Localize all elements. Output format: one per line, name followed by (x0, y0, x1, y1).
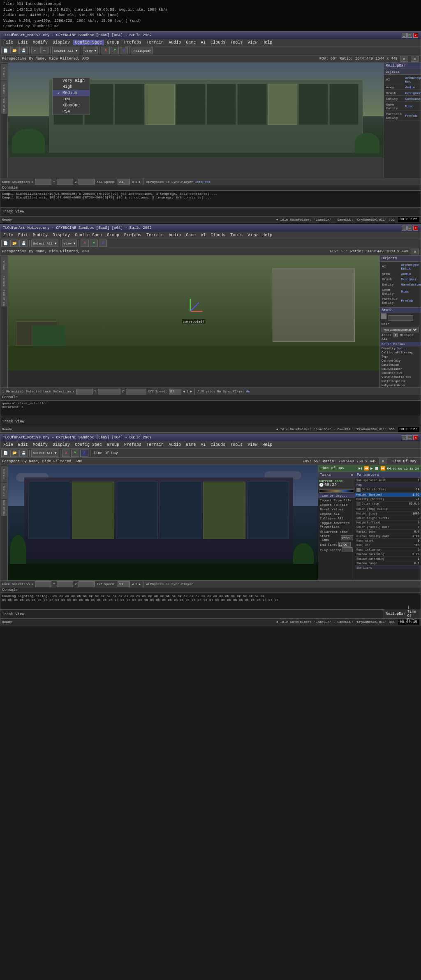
toolbar2-open[interactable]: 📂 (10, 240, 19, 247)
minimize-button-3[interactable]: _ (402, 435, 407, 440)
menu2-config-spec[interactable]: Config Spec (73, 233, 104, 238)
task-export[interactable]: Export To File (318, 503, 355, 507)
viewport-settings-btn-2[interactable]: ⚙ (411, 249, 419, 254)
menu-terrain[interactable]: Terrain (144, 40, 166, 45)
obj-prefab[interactable]: Prefab (404, 112, 421, 120)
obj2-designer[interactable]: Designer (400, 277, 421, 281)
menu2-view[interactable]: View (245, 233, 259, 238)
toolbar2-new[interactable]: 📄 (1, 240, 9, 247)
obj-designer[interactable]: Designer (404, 91, 421, 96)
toolbar3-z[interactable]: Z (80, 450, 88, 457)
toolbar-select-all[interactable]: Select All ▼ (52, 47, 79, 54)
task-tod[interactable]: Time Of Day... (318, 493, 355, 498)
menu2-ai[interactable]: AI (199, 233, 208, 238)
menu3-audio[interactable]: Audio (167, 442, 183, 447)
menu3-tools[interactable]: Tools (228, 442, 245, 447)
menu2-file[interactable]: File (1, 233, 15, 238)
toolbar-redo[interactable]: ↪ (40, 47, 49, 54)
viewport-3[interactable] (8, 465, 318, 580)
minimize-button[interactable]: _ (402, 33, 407, 38)
tod-end-btn[interactable]: ⏭ (387, 466, 391, 471)
toolbar3-save[interactable]: 💾 (19, 450, 28, 457)
menu-display[interactable]: Display (51, 40, 72, 45)
dropdown-high[interactable]: High (53, 84, 90, 90)
toolbar3-select-all[interactable]: Select All ▼ (31, 450, 58, 457)
dropdown-ps4[interactable]: PS4 (53, 108, 90, 115)
speed-dec-btn[interactable]: ◀ (132, 180, 134, 184)
task-collapse[interactable]: Collapse All (318, 516, 355, 521)
menu3-terrain[interactable]: Terrain (144, 442, 166, 447)
dropdown-very-high[interactable]: Very High (53, 78, 90, 84)
brush-material-select[interactable]: <No Custom Material> (382, 327, 419, 332)
menu2-terrain[interactable]: Terrain (144, 233, 166, 238)
y3-input[interactable] (57, 581, 73, 587)
y2-input[interactable]: 1185.876 (98, 389, 120, 394)
toolbar2-y[interactable]: Y (90, 240, 98, 247)
obj2-prefab[interactable]: Prefab (400, 297, 421, 305)
menu2-prefabs[interactable]: Prefabs (122, 233, 143, 238)
dropdown-xboxone[interactable]: XBoxOne (53, 102, 90, 108)
menu3-group[interactable]: Group (105, 442, 121, 447)
toolbar-open[interactable]: 📂 (10, 47, 19, 54)
menu-prefabs[interactable]: Prefabs (122, 40, 143, 45)
menu2-modify[interactable]: Modify (31, 233, 50, 238)
start-time-input[interactable]: 17:00 (341, 535, 353, 540)
menu3-ai[interactable]: AI (199, 442, 208, 447)
dropdown-medium[interactable]: ✓Medium (53, 90, 90, 96)
speed2-inc[interactable]: ▶ (190, 390, 192, 393)
menu-ai[interactable]: AI (199, 40, 208, 45)
menu3-game[interactable]: Game (184, 442, 198, 447)
z2-input[interactable]: -0.0062 (126, 389, 146, 394)
toolbar3-y[interactable]: Y (71, 450, 79, 457)
maximize-button[interactable]: □ (407, 33, 412, 38)
goto-pos-label[interactable]: Goto pos (195, 180, 210, 184)
task-import[interactable]: Import From File (318, 498, 355, 503)
tod-play-btn[interactable]: ▶ (370, 466, 373, 471)
menu-audio[interactable]: Audio (167, 40, 183, 45)
obj-misc[interactable]: Misc (404, 102, 421, 111)
z-coord-input[interactable] (79, 179, 95, 184)
obj2-misc[interactable]: Misc (400, 288, 421, 296)
speed-inc-btn[interactable]: ▶ (139, 180, 141, 184)
z3-input[interactable] (79, 581, 95, 587)
menu3-help[interactable]: Help (260, 442, 274, 447)
speed-input[interactable] (118, 179, 130, 184)
go-label[interactable]: Go (246, 390, 250, 393)
viewport-maximize-btn[interactable]: ⊞ (411, 56, 419, 62)
menu-config-spec[interactable]: Config Spec (73, 40, 104, 45)
tasks-icon[interactable]: ⚙ (351, 473, 353, 477)
obj2-gamecustom[interactable]: GameCustom (400, 282, 421, 287)
viewport-1[interactable]: Very High High ✓Medium Low XBoxOne PS4 (8, 63, 384, 178)
toolbar-rollupbar[interactable]: RollupBar (132, 47, 153, 54)
end-time-input[interactable]: 17:00 (338, 542, 351, 547)
close-button[interactable]: ✕ (413, 33, 418, 38)
close-button-3[interactable]: ✕ (413, 435, 418, 440)
menu2-help[interactable]: Help (260, 233, 274, 238)
toolbar-new[interactable]: 📄 (1, 47, 9, 54)
toolbar2-save[interactable]: 💾 (19, 240, 28, 247)
toolbar-y[interactable]: Y (111, 47, 119, 54)
brush-mat-dropdown[interactable]: <No Custom Material> (380, 326, 421, 333)
menu-clouds[interactable]: Clouds (208, 40, 227, 45)
x2-input[interactable]: 1110:32 (76, 389, 93, 394)
obj-archetype[interactable]: archetype Ent (404, 76, 421, 84)
speed2-input[interactable] (169, 389, 181, 394)
tod-rewind-btn[interactable]: ⏮ (358, 466, 362, 471)
speed3-input[interactable] (118, 581, 130, 587)
toolbar2-x[interactable]: X (81, 240, 89, 247)
track-view-1[interactable]: Track View (0, 207, 421, 216)
menu3-edit[interactable]: Edit (16, 442, 30, 447)
menu2-display[interactable]: Display (51, 233, 72, 238)
viewport-2[interactable]: curvepole17 (8, 256, 379, 371)
obj2-archetype[interactable]: archetype Entit (400, 263, 421, 271)
x3-input[interactable] (35, 581, 51, 587)
obj2-audio[interactable]: Audio (400, 272, 421, 276)
toolbar-save[interactable]: 💾 (19, 47, 28, 54)
menu3-clouds[interactable]: Clouds (208, 442, 227, 447)
menu3-view[interactable]: View (245, 442, 259, 447)
task-toggle[interactable]: Toggle Advanced Properties (318, 521, 355, 529)
toolbar3-new[interactable]: 📄 (1, 450, 9, 457)
x-coord-input[interactable] (35, 179, 51, 184)
menu2-edit[interactable]: Edit (16, 233, 30, 238)
tod-prev-btn[interactable]: ⏪ (364, 466, 369, 471)
